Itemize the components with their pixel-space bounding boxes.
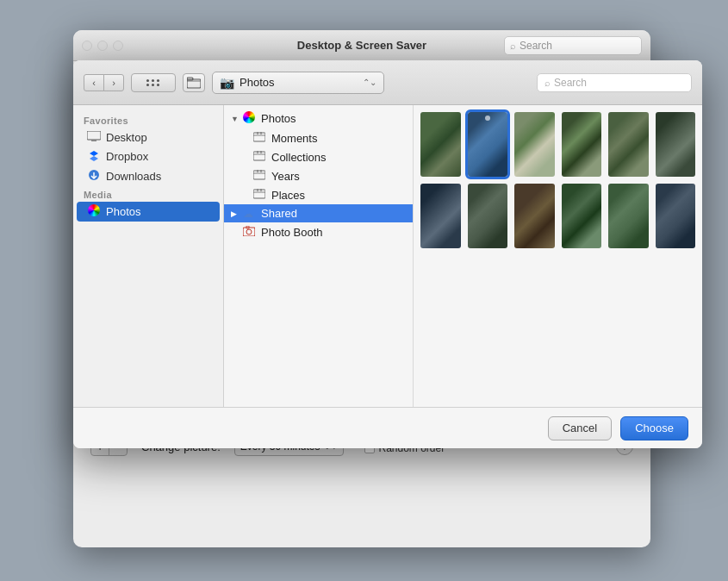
- cancel-button[interactable]: Cancel: [548, 416, 612, 440]
- grid-dot: [152, 84, 154, 86]
- years-icon: [253, 169, 267, 183]
- tree-collections-label: Collections: [271, 151, 327, 164]
- search-placeholder: Search: [520, 40, 552, 52]
- tree-item-photos[interactable]: ▼ Photos: [224, 109, 413, 128]
- photo-thumb[interactable]: [608, 112, 649, 177]
- dialog-search-box[interactable]: ⌕ Search: [537, 73, 692, 92]
- photo-thumb[interactable]: [420, 184, 461, 248]
- grid-dot: [157, 84, 159, 86]
- photo-thumb[interactable]: [468, 184, 508, 248]
- tree-item-years[interactable]: Years: [224, 166, 413, 185]
- places-icon: [253, 188, 267, 202]
- desktop-background: Desktop & Screen Saver ⌕ Search + − Chan…: [0, 0, 728, 581]
- svg-point-25: [246, 229, 252, 234]
- svg-rect-12: [253, 152, 265, 160]
- svg-rect-16: [253, 171, 265, 179]
- collections-icon: [253, 150, 267, 164]
- photo-thumb[interactable]: [656, 184, 696, 248]
- search-placeholder-text: Search: [554, 77, 587, 89]
- dialog-toolbar: ‹ › 📷: [73, 60, 702, 105]
- tree-item-moments[interactable]: Moments: [224, 128, 413, 147]
- tree-item-photobooth[interactable]: Photo Booth: [224, 222, 413, 241]
- tree-item-places[interactable]: Places: [224, 185, 413, 204]
- location-dropdown[interactable]: 📷 Photos ⌃⌄: [212, 72, 384, 94]
- search-icon: ⌕: [510, 41, 516, 51]
- favorites-section-label: Favorites: [73, 112, 223, 128]
- camera-icon: 📷: [220, 76, 234, 90]
- location-label: Photos: [240, 76, 363, 89]
- main-content-area: ▼ Photos: [224, 105, 702, 407]
- svg-rect-2: [87, 131, 101, 140]
- photo-thumb[interactable]: [562, 112, 602, 177]
- grid-dot: [146, 84, 149, 86]
- traffic-lights: [82, 41, 123, 51]
- downloads-icon: [87, 169, 101, 184]
- photo-row-1: [420, 112, 695, 177]
- grid-dot: [157, 79, 159, 82]
- dropdown-arrows-icon: ⌃⌄: [363, 78, 376, 87]
- sidebar-downloads-label: Downloads: [106, 170, 161, 183]
- tree-area: ▼ Photos: [224, 105, 702, 407]
- svg-rect-3: [91, 140, 96, 141]
- photo-grid-panel: [414, 105, 702, 407]
- sidebar-item-downloads[interactable]: Downloads: [77, 166, 220, 186]
- sidebar-item-photos[interactable]: Photos: [77, 202, 220, 222]
- dialog-footer: Cancel Choose: [73, 407, 702, 448]
- photo-thumb[interactable]: [608, 184, 649, 248]
- sidebar-desktop-label: Desktop: [106, 131, 147, 144]
- moments-icon: [253, 131, 267, 145]
- file-tree-panel: ▼ Photos: [224, 105, 414, 407]
- sidebar-photos-label: Photos: [106, 205, 140, 218]
- grid-dot: [146, 79, 149, 82]
- minimize-button[interactable]: [97, 41, 108, 51]
- forward-button[interactable]: ›: [103, 74, 124, 91]
- photo-thumb[interactable]: [514, 184, 555, 248]
- window-titlebar: Desktop & Screen Saver ⌕ Search: [73, 30, 650, 61]
- close-button[interactable]: [82, 41, 92, 51]
- photo-thumb[interactable]: [656, 112, 696, 177]
- photobooth-icon: [243, 225, 257, 239]
- tree-places-label: Places: [271, 189, 305, 202]
- dialog-body: Favorites Desktop: [73, 105, 702, 407]
- sidebar-item-dropbox[interactable]: Dropbox: [77, 147, 220, 166]
- photo-thumb[interactable]: [420, 112, 461, 177]
- search-icon: ⌕: [544, 78, 551, 88]
- tree-moments-label: Moments: [271, 132, 317, 145]
- expand-arrow-icon: ▼: [231, 115, 241, 123]
- desktop-icon: [87, 130, 101, 144]
- cloud-icon: ☁: [243, 208, 257, 220]
- tree-shared-label: Shared: [261, 207, 297, 220]
- expand-arrow-icon: ▶: [231, 209, 241, 218]
- tree-item-shared[interactable]: ▶ ☁ Shared: [224, 204, 413, 222]
- photos-app-icon: [87, 204, 101, 219]
- view-grid-button[interactable]: [131, 73, 176, 92]
- photos-icon: [243, 111, 257, 126]
- back-button[interactable]: ‹: [84, 74, 104, 91]
- tree-photobooth-label: Photo Booth: [261, 226, 323, 239]
- new-folder-button[interactable]: [183, 73, 205, 92]
- photo-thumb[interactable]: [514, 112, 555, 177]
- tree-years-label: Years: [271, 170, 300, 183]
- media-section-label: Media: [73, 186, 223, 202]
- photo-thumb[interactable]: [468, 112, 508, 177]
- nav-buttons: ‹ ›: [84, 74, 124, 91]
- photo-selection-dot: [485, 116, 490, 121]
- choose-button[interactable]: Choose: [620, 416, 688, 440]
- sidebar: Favorites Desktop: [73, 105, 224, 407]
- sidebar-dropbox-label: Dropbox: [106, 150, 148, 163]
- dropbox-icon: [87, 149, 101, 164]
- file-picker-dialog: ‹ › 📷: [73, 60, 702, 448]
- svg-marker-4: [90, 151, 98, 156]
- maximize-button[interactable]: [113, 41, 123, 51]
- tree-photos-label: Photos: [261, 112, 296, 125]
- photo-thumb[interactable]: [562, 184, 602, 248]
- tree-item-collections[interactable]: Collections: [224, 147, 413, 166]
- svg-marker-5: [90, 156, 98, 161]
- sidebar-item-desktop[interactable]: Desktop: [77, 128, 220, 147]
- grid-dot: [152, 79, 154, 82]
- svg-rect-8: [253, 133, 265, 141]
- window-search-box[interactable]: ⌕ Search: [504, 36, 642, 55]
- window-title: Desktop & Screen Saver: [297, 39, 426, 52]
- photo-row-2: [420, 184, 695, 248]
- svg-rect-20: [253, 190, 265, 198]
